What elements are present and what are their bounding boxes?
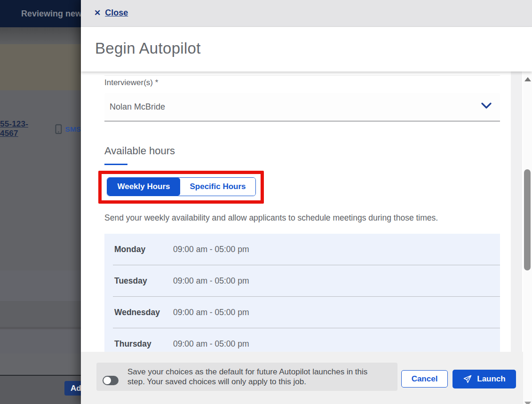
previous-field-divider xyxy=(104,75,500,76)
dimmed-background-page: Reviewing new 55-123-4567 SMS Add xyxy=(0,0,81,404)
save-default-text-line2: step. Your saved choices will only apply… xyxy=(127,377,367,387)
scrollbar-up-arrow[interactable] xyxy=(524,77,531,81)
weekly-hours-panel: Monday 09:00 am - 05:00 pm Tuesday 09:00… xyxy=(104,234,500,352)
background-band xyxy=(0,329,81,354)
chevron-down-icon xyxy=(481,103,492,109)
hours-row-monday[interactable]: Monday 09:00 am - 05:00 pm xyxy=(104,234,500,265)
hours-row-wednesday[interactable]: Wednesday 09:00 am - 05:00 pm xyxy=(104,297,500,328)
launch-label: Launch xyxy=(477,374,505,384)
save-default-text: Save your choices as the default for fut… xyxy=(127,367,367,387)
scrollbar-thumb[interactable] xyxy=(524,169,531,270)
modal-footer: Save your choices as the default for fut… xyxy=(81,352,532,404)
save-default-strip: Save your choices as the default for fut… xyxy=(96,363,397,391)
paper-plane-icon xyxy=(463,374,472,384)
modal-title: Begin Autopilot xyxy=(95,40,201,57)
section-heading-underline xyxy=(104,164,127,165)
launch-button[interactable]: Launch xyxy=(453,370,516,388)
available-hours-heading: Available hours xyxy=(104,145,175,157)
interviewer-selected-value: Nolan McBride xyxy=(110,102,165,112)
hours-row-thursday[interactable]: Thursday 09:00 am - 05:00 pm xyxy=(104,328,500,352)
close-icon: ✕ xyxy=(94,8,101,18)
time-range: 09:00 am - 05:00 pm xyxy=(173,339,249,349)
sms-link[interactable]: SMS xyxy=(65,125,81,133)
save-default-text-line1: Save your choices as the default for fut… xyxy=(127,367,367,377)
background-band xyxy=(0,270,81,301)
top-bar-title: Reviewing new xyxy=(21,9,81,19)
app-top-bar: Reviewing new xyxy=(0,0,81,27)
tab-weekly-hours[interactable]: Weekly Hours xyxy=(107,178,180,196)
interviewer-label: Interviewer(s) * xyxy=(104,78,158,87)
hours-type-tab-group: Weekly Hours Specific Hours xyxy=(107,177,256,196)
background-band xyxy=(0,301,81,327)
scrollbar xyxy=(523,71,532,404)
weekly-hours-description: Send your weekly availability and allow … xyxy=(104,213,438,223)
modal-body: Interviewer(s) * Nolan McBride Available… xyxy=(81,71,532,352)
toggle-knob xyxy=(103,377,111,384)
contact-phone-row: 55-123-4567 SMS xyxy=(0,123,81,135)
begin-autopilot-modal: ✕ Close Begin Autopilot Interviewer(s) *… xyxy=(81,0,532,404)
cancel-button[interactable]: Cancel xyxy=(401,370,448,388)
hours-row-tuesday[interactable]: Tuesday 09:00 am - 05:00 pm xyxy=(104,265,500,297)
day-label: Monday xyxy=(114,245,173,254)
time-range: 09:00 am - 05:00 pm xyxy=(173,245,249,254)
interviewer-select[interactable]: Nolan McBride xyxy=(104,93,500,121)
close-label: Close xyxy=(105,8,128,18)
day-label: Tuesday xyxy=(114,276,173,286)
inner-scrollbar-track[interactable] xyxy=(511,71,522,352)
tab-specific-hours[interactable]: Specific Hours xyxy=(180,178,255,196)
background-band xyxy=(0,90,81,270)
time-range: 09:00 am - 05:00 pm xyxy=(173,308,249,317)
day-label: Thursday xyxy=(114,339,173,349)
time-range: 09:00 am - 05:00 pm xyxy=(173,276,249,286)
save-default-toggle[interactable] xyxy=(103,376,119,385)
scrollbar-down-arrow[interactable] xyxy=(524,402,531,404)
background-band xyxy=(0,27,81,44)
modal-header: Begin Autopilot xyxy=(81,27,532,71)
close-button[interactable]: ✕ Close xyxy=(94,8,128,18)
mobile-phone-icon xyxy=(55,124,62,134)
background-header-band xyxy=(0,44,81,90)
day-label: Wednesday xyxy=(114,308,173,317)
phone-number-link[interactable]: 55-123-4567 xyxy=(0,119,46,138)
modal-close-bar: ✕ Close xyxy=(81,0,532,27)
background-band xyxy=(0,354,81,375)
